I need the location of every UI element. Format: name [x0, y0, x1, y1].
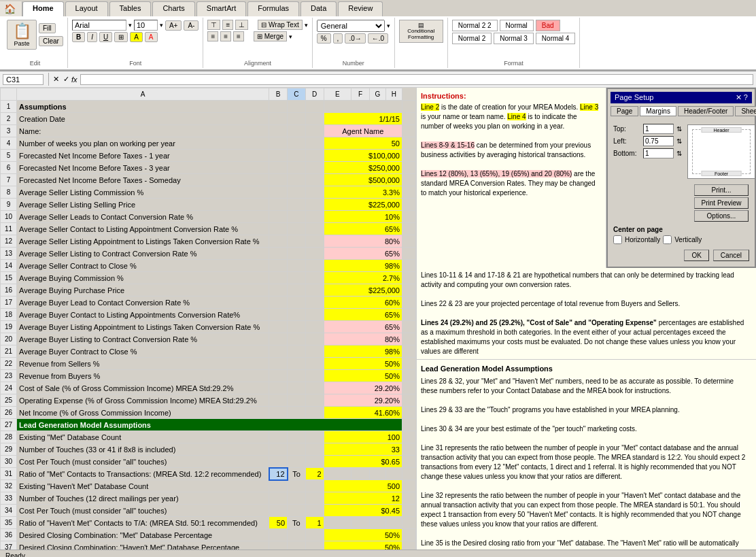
increase-font-button[interactable]: A+: [165, 20, 182, 31]
underline-button[interactable]: U: [99, 32, 112, 42]
ps-top-spinner[interactable]: ⇅: [676, 125, 682, 133]
cell-c16[interactable]: [288, 284, 306, 297]
cell-b36[interactable]: [269, 529, 288, 541]
cell-a14[interactable]: Average Seller Contract to Close %: [17, 260, 269, 272]
cell-b4[interactable]: [269, 137, 288, 150]
cell-fgh12[interactable]: [402, 235, 416, 248]
cell-e20[interactable]: 80%: [324, 333, 402, 345]
bad-style-button[interactable]: Bad: [536, 20, 560, 31]
cell-e23[interactable]: 50%: [324, 370, 402, 382]
cell-d35[interactable]: 1: [305, 517, 324, 529]
cell-fgh36[interactable]: [402, 529, 416, 541]
cell-b21[interactable]: [269, 345, 288, 358]
cell-b7[interactable]: [269, 174, 288, 186]
cell-d29[interactable]: [305, 443, 324, 456]
tab-layout[interactable]: Layout: [65, 1, 108, 16]
cell-e18[interactable]: 65%: [324, 309, 402, 321]
cell-d6[interactable]: [305, 162, 324, 174]
increase-decimal-button[interactable]: .0→: [345, 33, 365, 44]
cell-b19[interactable]: [269, 321, 288, 333]
cell-d16[interactable]: [305, 284, 324, 297]
cell-fgh24[interactable]: [402, 382, 416, 394]
cell-c19[interactable]: [288, 321, 306, 333]
wrap-dropdown-icon[interactable]: ▾: [305, 22, 308, 29]
col-header-a[interactable]: A: [17, 88, 269, 101]
cell-d1[interactable]: [305, 101, 324, 113]
normal3-style-button[interactable]: Normal 3: [494, 33, 534, 44]
cell-d34[interactable]: [305, 505, 324, 517]
cell-c14[interactable]: [288, 260, 306, 272]
cell-c10[interactable]: [288, 211, 306, 223]
cell-a7[interactable]: Forecasted Net Income Before Taxes - Som…: [17, 174, 269, 186]
ps-ok-button[interactable]: OK: [684, 250, 708, 261]
italic-button[interactable]: I: [87, 32, 97, 42]
cell-e34[interactable]: $0.45: [324, 505, 402, 517]
cell-c36[interactable]: [288, 529, 306, 541]
cell-f31[interactable]: [351, 468, 370, 480]
cell-b22[interactable]: [269, 358, 288, 370]
ps-tab-sheet[interactable]: Sheet: [735, 106, 756, 116]
merge-dropdown-icon[interactable]: ▾: [289, 33, 292, 40]
cell-c29[interactable]: [288, 443, 306, 456]
cell-fgh21[interactable]: [402, 345, 416, 358]
cell-fgh10[interactable]: [402, 211, 416, 223]
cancel-formula-button[interactable]: ✕: [51, 75, 61, 84]
cell-a36[interactable]: Desired Closing Combination: "Met" Datab…: [17, 529, 269, 541]
align-center-button[interactable]: ≡: [220, 31, 231, 41]
conditional-format-button[interactable]: ▤ Conditional Formatting: [399, 20, 443, 43]
cell-d10[interactable]: [305, 211, 324, 223]
cell-b30[interactable]: [269, 456, 288, 468]
normal2-style-button[interactable]: Normal 2: [452, 33, 492, 44]
tab-formulas[interactable]: Formulas: [247, 1, 299, 16]
merge-button[interactable]: ⊞ Merge: [254, 31, 287, 41]
cell-b23[interactable]: [269, 370, 288, 382]
align-left-button[interactable]: ≡: [207, 31, 218, 41]
cell-b35[interactable]: 50: [269, 517, 288, 529]
paste-button[interactable]: 📋 Paste: [7, 20, 37, 50]
cell-a4[interactable]: Number of weeks you plan on working per …: [17, 137, 269, 150]
cell-b37[interactable]: [269, 541, 288, 550]
cell-c24[interactable]: [288, 382, 306, 394]
cell-e25[interactable]: 29.20%: [324, 394, 402, 407]
cell-a23[interactable]: Revenue from Buyers %: [17, 370, 269, 382]
cell-d37[interactable]: [305, 541, 324, 550]
cell-e24[interactable]: 29.20%: [324, 382, 402, 394]
font-color-button[interactable]: A: [145, 32, 158, 42]
cell-d30[interactable]: [305, 456, 324, 468]
cell-c17[interactable]: [288, 297, 306, 309]
cell-e17[interactable]: 60%: [324, 297, 402, 309]
cell-c28[interactable]: [288, 431, 306, 443]
ps-preview-button[interactable]: Print Preview: [694, 197, 749, 209]
cell-e6[interactable]: $250,000: [324, 162, 402, 174]
cell-d12[interactable]: [305, 235, 324, 248]
cell-a30[interactable]: Cost Per Touch (must consider "all" touc…: [17, 456, 269, 468]
cell-a25[interactable]: Operating Expense (% of Gross Commission…: [17, 394, 269, 407]
borders-button[interactable]: ⊞: [114, 32, 128, 42]
cell-c8[interactable]: [288, 186, 306, 199]
ps-print-button[interactable]: Print...: [694, 184, 749, 196]
cell-c9[interactable]: [288, 199, 306, 211]
cell-a24[interactable]: Cost of Sale (% of Gross Commission Inco…: [17, 382, 269, 394]
cell-fgh11[interactable]: [402, 223, 416, 235]
cell-b8[interactable]: [269, 186, 288, 199]
cell-a15[interactable]: Average Buying Commission %: [17, 272, 269, 284]
cell-b25[interactable]: [269, 394, 288, 407]
cell-fgh6[interactable]: [402, 162, 416, 174]
normal22-style-button[interactable]: Normal 2 2: [452, 20, 498, 31]
wrap-text-button[interactable]: ⊟ Wrap Text: [258, 20, 302, 30]
cell-a11[interactable]: Average Seller Contact to Listing Appoin…: [17, 223, 269, 235]
cell-d23[interactable]: [305, 370, 324, 382]
cell-b1[interactable]: [269, 101, 288, 113]
cell-e21[interactable]: 98%: [324, 345, 402, 358]
clear-button[interactable]: Clear: [39, 36, 63, 46]
cell-b31[interactable]: 12: [269, 468, 288, 480]
cell-b9[interactable]: [269, 199, 288, 211]
cell-a8[interactable]: Average Seller Listing Commission %: [17, 186, 269, 199]
cell-b3[interactable]: [269, 125, 288, 137]
tab-data[interactable]: Data: [300, 1, 337, 16]
ps-bottom-input[interactable]: [643, 148, 674, 158]
col-header-h[interactable]: H: [385, 88, 402, 101]
cell-d3[interactable]: [305, 125, 324, 137]
cell-c20[interactable]: [288, 333, 306, 345]
align-bottom-button[interactable]: ⊥: [235, 20, 248, 30]
